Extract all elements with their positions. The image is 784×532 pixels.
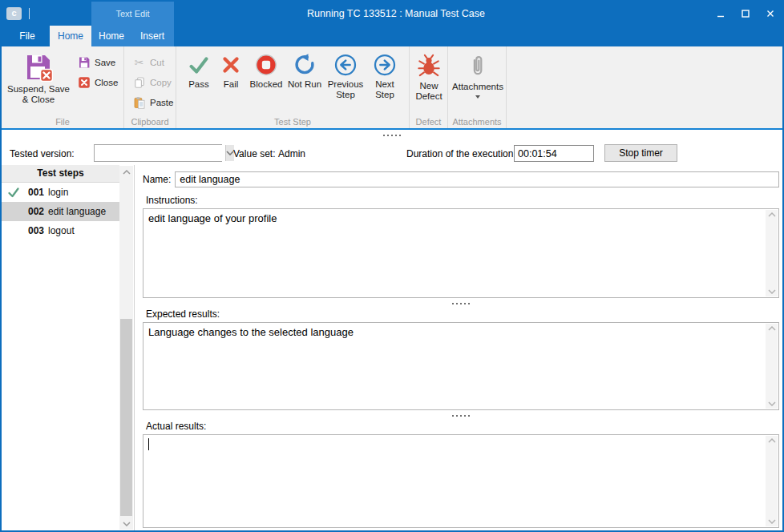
pass-check-icon (187, 53, 211, 77)
test-step-row-002-selected[interactable]: 002 edit language (2, 202, 119, 221)
minimize-button[interactable] (708, 2, 733, 26)
attachments-button[interactable]: Attachments (450, 50, 506, 101)
window-controls (708, 2, 782, 26)
new-defect-label: New Defect (411, 81, 447, 102)
ribbon-group-clipboard: ✂ Cut Copy (124, 46, 176, 128)
next-step-button[interactable]: Next Step (367, 50, 402, 100)
close-red-icon (77, 76, 91, 89)
save-suspend-icon (24, 53, 53, 82)
step-name: login (48, 187, 68, 198)
step-number: 002 (28, 206, 44, 217)
execution-toolbar: Tested version: Value set: Admin Duratio… (2, 141, 782, 165)
maximize-icon (742, 10, 750, 18)
passed-check-icon (7, 186, 20, 201)
group-label-file: File (2, 117, 123, 127)
stop-timer-button[interactable]: Stop timer (604, 144, 677, 162)
expected-results-box: Language changes to the selected languag… (143, 322, 779, 410)
splitter-dots (383, 135, 401, 136)
instructions-expected-splitter[interactable] (143, 298, 779, 308)
previous-step-label: Previous Step (324, 79, 367, 100)
save-button[interactable]: Save (77, 55, 118, 70)
previous-step-button[interactable]: Previous Step (324, 50, 367, 100)
tested-version-combobox[interactable] (94, 144, 222, 162)
test-steps-scrollbar[interactable] (119, 166, 133, 530)
expected-scrollbar[interactable] (766, 324, 778, 409)
actual-scrollbar[interactable] (766, 436, 778, 526)
test-step-row-003[interactable]: 003 logout (2, 221, 119, 240)
scroll-up-icon (768, 212, 776, 217)
text-cursor (148, 438, 149, 450)
ribbon-group-attachments: Attachments Attachments (448, 46, 507, 128)
paste-label: Paste (150, 98, 173, 107)
pass-label: Pass (188, 79, 209, 90)
maximize-button[interactable] (733, 2, 758, 26)
expected-results-textarea[interactable]: Language changes to the selected languag… (143, 323, 765, 409)
attachments-label: Attachments (452, 82, 503, 92)
close-window-button[interactable] (758, 2, 782, 26)
value-set-value: Admin (278, 148, 305, 159)
group-label-test-step: Test Step (176, 117, 409, 127)
copy-icon (132, 76, 146, 89)
not-run-button[interactable]: Not Run (285, 50, 324, 100)
tab-file[interactable]: File (5, 26, 50, 46)
splitter-dots (452, 303, 470, 304)
scroll-down-icon (768, 401, 776, 406)
ribbon-group-defect: New Defect Defect (410, 46, 448, 128)
actual-results-textarea[interactable] (143, 435, 765, 527)
scroll-up-icon[interactable] (119, 166, 133, 178)
tab-contextual-insert[interactable]: Insert (131, 26, 173, 46)
paperclip-icon (468, 53, 487, 79)
step-name: logout (48, 225, 75, 236)
ribbon-group-file: Suspend, Save & Close Save (2, 46, 124, 128)
fail-label: Fail (224, 79, 239, 90)
next-step-label: Next Step (367, 79, 402, 100)
save-icon (77, 56, 91, 69)
next-arrow-icon (373, 53, 397, 77)
ribbon-tab-row: File Home Home Insert (2, 26, 782, 46)
save-label: Save (95, 58, 115, 67)
step-number: 001 (28, 187, 44, 198)
copy-button[interactable]: Copy (132, 75, 174, 90)
new-defect-button[interactable]: New Defect (411, 50, 447, 102)
not-run-undo-icon (293, 53, 317, 77)
app-icon[interactable]: c (6, 7, 22, 20)
scroll-down-icon[interactable] (119, 518, 133, 530)
test-steps-header: Test steps (2, 165, 119, 183)
ribbon-splitter-handle[interactable] (2, 130, 782, 141)
suspend-save-close-button[interactable]: Suspend, Save & Close (3, 50, 74, 115)
value-set-label: Value set: (233, 148, 275, 159)
copy-label: Copy (150, 78, 172, 87)
instructions-textarea[interactable]: edit language of your profile (143, 209, 765, 297)
tested-version-input[interactable] (95, 145, 225, 161)
tab-home-selected[interactable]: Home (50, 26, 91, 46)
fail-button[interactable]: Fail (215, 50, 247, 100)
splitter-dots (452, 415, 470, 417)
group-label-clipboard: Clipboard (124, 117, 176, 127)
content-area: Test steps 001 login 002 edit language 0… (2, 165, 782, 530)
cut-button[interactable]: ✂ Cut (132, 55, 174, 70)
instructions-scrollbar[interactable] (766, 210, 778, 296)
blocked-button[interactable]: Blocked (247, 50, 285, 100)
close-button[interactable]: Close (77, 75, 118, 90)
quick-access-separator (29, 8, 30, 19)
step-name: edit language (48, 206, 106, 217)
group-label-attachments: Attachments (448, 117, 506, 127)
duration-input[interactable] (514, 145, 594, 162)
expected-results-label: Expected results: (146, 308, 779, 320)
step-name-input[interactable] (175, 171, 779, 187)
app-window: Text Edit c Running TC 133512 : Manual T… (0, 0, 784, 532)
scrollbar-thumb[interactable] (120, 319, 132, 516)
expected-actual-splitter[interactable] (143, 410, 779, 421)
paste-button[interactable]: Paste (132, 95, 174, 110)
scroll-down-icon (768, 519, 776, 524)
cut-label: Cut (150, 58, 164, 67)
scroll-up-icon (768, 326, 776, 331)
instructions-label: Instructions: (146, 195, 779, 206)
blocked-label: Blocked (250, 79, 283, 90)
not-run-label: Not Run (288, 79, 321, 90)
blocked-stop-icon (254, 53, 278, 77)
name-row: Name: (143, 170, 779, 189)
pass-button[interactable]: Pass (183, 50, 215, 100)
test-step-row-001[interactable]: 001 login (2, 183, 119, 202)
tab-contextual-home[interactable]: Home (91, 26, 131, 46)
